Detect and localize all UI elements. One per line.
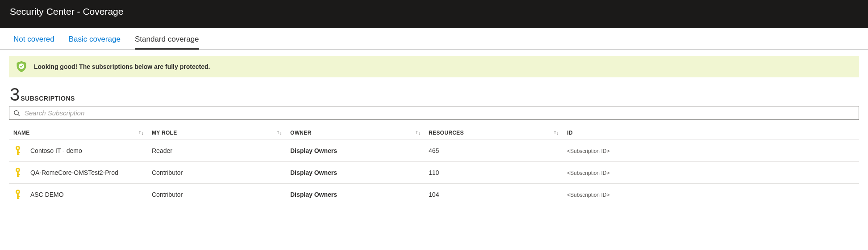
subscription-id: <Subscription ID> [567, 192, 609, 198]
banner-message: Looking good! The subscriptions below ar… [34, 63, 210, 70]
column-id[interactable]: ID [567, 130, 859, 136]
resources-value: 465 [429, 147, 567, 154]
search-input[interactable] [9, 106, 859, 120]
tab-not-covered[interactable]: Not covered [13, 32, 54, 50]
svg-rect-12 [17, 176, 19, 177]
tab-basic-coverage[interactable]: Basic coverage [69, 32, 121, 50]
role-value: Contributor [152, 169, 290, 176]
display-owners-link[interactable]: Display Owners [290, 191, 337, 198]
role-value: Contributor [152, 191, 290, 198]
column-name[interactable]: NAME [9, 130, 152, 136]
svg-rect-11 [17, 174, 20, 175]
key-icon [13, 145, 22, 156]
svg-point-9 [17, 169, 19, 171]
svg-rect-16 [17, 196, 20, 197]
sort-icon [554, 130, 559, 136]
subscriptions-table: NAME MY ROLE OWNER [9, 126, 859, 205]
svg-rect-17 [17, 198, 19, 199]
column-owner[interactable]: OWNER [290, 130, 429, 136]
subscription-name: QA-RomeCore-OMSTest2-Prod [30, 169, 118, 176]
column-resources[interactable]: RESOURCES [429, 130, 567, 136]
count-label: SUBSCRIPTIONS [21, 95, 75, 102]
subscription-id: <Subscription ID> [567, 148, 609, 154]
resources-value: 104 [429, 191, 567, 198]
column-res-label: RESOURCES [429, 130, 464, 136]
key-icon [13, 189, 22, 200]
sort-icon [415, 130, 421, 136]
svg-point-1 [14, 110, 18, 114]
svg-line-2 [18, 114, 20, 116]
table-header: NAME MY ROLE OWNER [9, 126, 859, 140]
sort-icon [138, 130, 144, 136]
subscription-name: Contoso IT - demo [30, 147, 82, 154]
count-number: 3 [10, 85, 20, 103]
shield-check-icon [15, 60, 28, 73]
display-owners-link[interactable]: Display Owners [290, 147, 337, 154]
page-title: Security Center - Coverage [10, 6, 123, 17]
svg-rect-7 [17, 154, 19, 155]
svg-point-14 [17, 191, 19, 193]
subscription-count: 3 SUBSCRIPTIONS [9, 85, 859, 103]
sort-icon [277, 130, 282, 136]
svg-point-4 [17, 147, 19, 149]
role-value: Reader [152, 147, 290, 154]
svg-rect-6 [17, 152, 20, 153]
tab-standard-coverage[interactable]: Standard coverage [135, 32, 199, 50]
search-wrap [9, 106, 859, 120]
page-header: Security Center - Coverage [0, 0, 868, 28]
column-owner-label: OWNER [290, 130, 312, 136]
column-my-role[interactable]: MY ROLE [152, 130, 290, 136]
status-banner: Looking good! The subscriptions below ar… [9, 56, 859, 77]
column-id-label: ID [567, 130, 573, 136]
display-owners-link[interactable]: Display Owners [290, 169, 337, 176]
subscription-name: ASC DEMO [30, 191, 64, 198]
resources-value: 110 [429, 169, 567, 176]
coverage-tabs: Not covered Basic coverage Standard cove… [0, 28, 868, 50]
column-name-label: NAME [13, 130, 30, 136]
subscription-id: <Subscription ID> [567, 170, 609, 176]
table-row[interactable]: Contoso IT - demo Reader Display Owners … [9, 140, 859, 162]
table-row[interactable]: QA-RomeCore-OMSTest2-Prod Contributor Di… [9, 162, 859, 184]
column-role-label: MY ROLE [152, 130, 177, 136]
key-icon [13, 167, 22, 178]
search-icon [13, 110, 20, 116]
table-row[interactable]: ASC DEMO Contributor Display Owners 104 … [9, 184, 859, 205]
